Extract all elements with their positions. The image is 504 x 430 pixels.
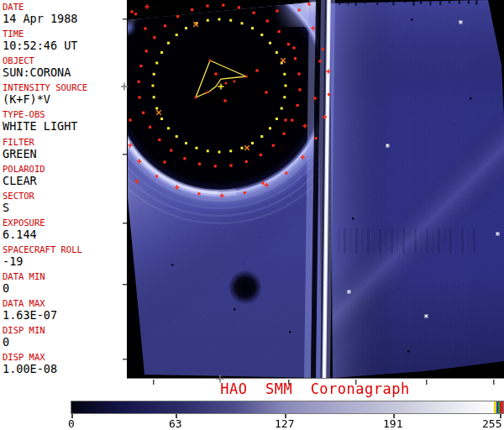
field-label: DISP MIN	[3, 326, 45, 335]
image-title: HAO SMM Coronagraph	[126, 380, 504, 397]
field-data-max: DATA MAX1.63E-07	[3, 299, 57, 321]
field-label: DATE	[3, 3, 77, 12]
field-intensity-source: INTENSITY SOURCE(K+F)*V	[3, 83, 87, 105]
field-label: TYPE-OBS	[3, 110, 77, 119]
field-spacecraft-roll: SPACECRAFT ROLL-19	[3, 245, 82, 267]
field-label: DATA MAX	[3, 299, 57, 308]
field-label: OBJECT	[3, 56, 71, 66]
field-sector: SECTORS	[3, 191, 34, 213]
colorbar-tick-label: 63	[169, 418, 182, 429]
field-label: DISP MAX	[3, 353, 57, 362]
colorbar	[71, 401, 504, 414]
coronagraph-display-app: { "sidebar": { "fields": [ {"label":"DAT…	[0, 0, 504, 430]
colorbar-tick-label: 191	[383, 418, 402, 429]
metadata-panel: DATE14 Apr 1988 TIME10:52:46 UT OBJECTSU…	[0, 0, 126, 380]
field-label: FILTER	[3, 138, 37, 147]
field-label: SECTOR	[3, 191, 34, 201]
field-value: (K+F)*V	[3, 93, 87, 105]
field-value: WHITE LIGHT	[3, 120, 77, 132]
field-disp-max: DISP MAX1.00E-08	[3, 353, 57, 375]
coronagraph-image	[121, 0, 504, 388]
field-type-obs: TYPE-OBSWHITE LIGHT	[3, 110, 77, 132]
field-label: EXPOSURE	[3, 218, 45, 228]
field-polaroid: POLAROIDCLEAR	[3, 165, 45, 186]
field-value: 1.00E-08	[3, 363, 57, 375]
field-value: -19	[3, 255, 82, 267]
field-date: DATE14 Apr 1988	[3, 3, 77, 24]
field-value: 10:52:46 UT	[3, 39, 77, 51]
field-label: TIME	[3, 29, 77, 39]
field-disp-min: DISP MIN0	[3, 326, 45, 348]
field-label: POLAROID	[3, 165, 45, 174]
field-value: 14 Apr 1988	[3, 13, 77, 24]
colorbar-tick-label: 255	[482, 418, 501, 429]
field-value: 1.63E-07	[3, 309, 57, 321]
field-time: TIME10:52:46 UT	[3, 29, 77, 51]
field-label: INTENSITY SOURCE	[3, 83, 87, 92]
field-value: 6.144	[3, 228, 45, 240]
field-value: S	[3, 202, 34, 213]
field-label: SPACECRAFT ROLL	[3, 245, 82, 254]
colorbar-tick-label: 127	[275, 418, 294, 429]
colorbar-stripe	[500, 401, 503, 413]
field-value: CLEAR	[3, 175, 45, 186]
field-data-min: DATA MIN0	[3, 272, 45, 294]
field-object: OBJECTSUN:CORONA	[3, 56, 71, 78]
field-value: GREEN	[3, 148, 37, 160]
field-label: DATA MIN	[3, 272, 45, 281]
field-value: SUN:CORONA	[3, 66, 71, 78]
field-value: 0	[3, 336, 45, 348]
field-filter: FILTERGREEN	[3, 138, 37, 160]
field-value: 0	[3, 282, 45, 294]
colorbar-tick-label: 0	[68, 418, 75, 429]
field-exposure: EXPOSURE6.144	[3, 218, 45, 240]
